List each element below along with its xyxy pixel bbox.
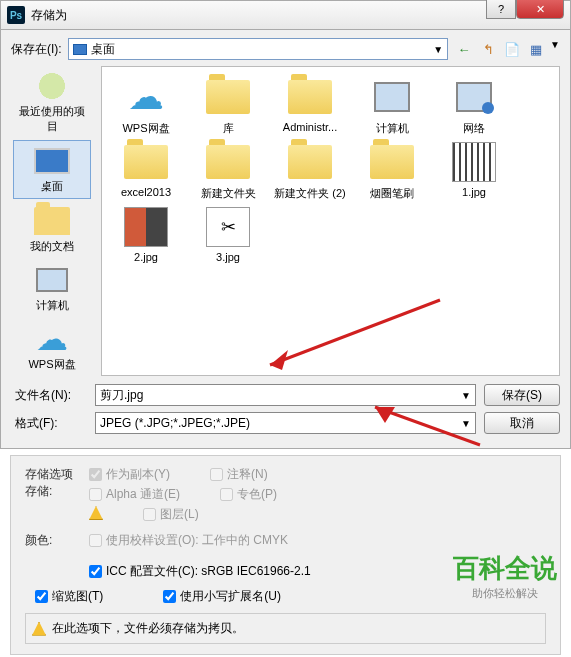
app-icon: Ps xyxy=(7,6,25,24)
file-icon xyxy=(122,140,170,184)
nav-new-folder-icon[interactable]: 📄 xyxy=(502,39,522,59)
checkbox-proof: 使用校样设置(O): 工作中的 CMYK xyxy=(89,532,546,549)
nav-up-icon[interactable]: ↰ xyxy=(478,39,498,59)
file-item[interactable]: ☁WPS网盘 xyxy=(110,75,182,136)
file-item[interactable]: excel2013 xyxy=(110,140,182,201)
chevron-down-icon: ▼ xyxy=(433,44,443,55)
checkbox-spot: 专色(P) xyxy=(220,486,277,503)
clock-icon xyxy=(32,70,72,102)
sidebar-computer[interactable]: 计算机 xyxy=(13,260,91,317)
nav-back-icon[interactable]: ← xyxy=(454,39,474,59)
file-icon xyxy=(450,75,498,119)
desktop-icon xyxy=(34,148,70,174)
checkbox-thumbnail[interactable]: 缩览图(T) xyxy=(35,588,103,605)
format-label: 格式(F): xyxy=(11,415,87,432)
file-item[interactable]: 计算机 xyxy=(356,75,428,136)
checkbox-lowercase-ext[interactable]: 使用小写扩展名(U) xyxy=(163,588,281,605)
checkbox-notes: 注释(N) xyxy=(210,466,268,483)
warning-message: 在此选项下，文件必须存储为拷贝。 xyxy=(25,613,546,644)
chevron-down-icon: ▼ xyxy=(461,418,471,429)
checkbox-as-copy: 作为副本(Y) xyxy=(89,466,170,483)
file-icon xyxy=(286,140,334,184)
help-button[interactable]: ? xyxy=(486,0,516,19)
warning-icon xyxy=(89,506,103,520)
chevron-down-icon: ▼ xyxy=(461,390,471,401)
computer-icon xyxy=(36,268,68,292)
warning-icon xyxy=(32,622,46,636)
file-item[interactable]: 2.jpg xyxy=(110,205,182,263)
cloud-icon: ☁ xyxy=(32,323,72,355)
file-item[interactable]: Administr... xyxy=(274,75,346,136)
file-icon xyxy=(204,140,252,184)
storage-options-title: 存储选项 xyxy=(25,466,89,483)
file-item[interactable]: 1.jpg xyxy=(438,140,510,201)
close-button[interactable]: ✕ xyxy=(516,0,564,19)
file-icon xyxy=(368,140,416,184)
filename-input[interactable]: 剪刀.jpg ▼ xyxy=(95,384,476,406)
file-icon: ✂ xyxy=(204,205,252,249)
file-icon xyxy=(450,140,498,184)
file-icon xyxy=(286,75,334,119)
file-item[interactable]: 新建文件夹 (2) xyxy=(274,140,346,201)
file-icon xyxy=(204,75,252,119)
save-in-label: 保存在(I): xyxy=(11,41,62,58)
color-label: 颜色: xyxy=(25,532,89,580)
watermark: 百科全说 助你轻松解决 xyxy=(453,551,557,601)
sidebar-wps[interactable]: ☁ WPS网盘 xyxy=(13,319,91,376)
file-item[interactable]: 库 xyxy=(192,75,264,136)
save-in-value: 桌面 xyxy=(91,41,115,58)
file-item[interactable]: 烟圈笔刷 xyxy=(356,140,428,201)
checkbox-alpha: Alpha 通道(E) xyxy=(89,486,180,503)
file-item[interactable]: ✂3.jpg xyxy=(192,205,264,263)
cancel-button[interactable]: 取消 xyxy=(484,412,560,434)
nav-view-icon[interactable]: ▦ xyxy=(526,39,546,59)
file-icon: ☁ xyxy=(122,75,170,119)
folder-icon xyxy=(34,207,70,235)
file-icon xyxy=(368,75,416,119)
file-icon xyxy=(122,205,170,249)
sidebar-desktop[interactable]: 桌面 xyxy=(13,140,91,199)
save-button[interactable]: 保存(S) xyxy=(484,384,560,406)
save-in-select[interactable]: 桌面 ▼ xyxy=(68,38,448,60)
places-sidebar: 最近使用的项目 桌面 我的文档 计算机 ☁ WPS网盘 xyxy=(11,66,93,376)
sidebar-documents[interactable]: 我的文档 xyxy=(13,201,91,258)
file-item[interactable]: 网络 xyxy=(438,75,510,136)
chevron-down-icon[interactable]: ▼ xyxy=(550,39,560,59)
checkbox-layers: 图层(L) xyxy=(143,506,199,523)
window-title: 存储为 xyxy=(31,7,67,24)
file-list[interactable]: ☁WPS网盘库Administr...计算机网络excel2013新建文件夹新建… xyxy=(101,66,560,376)
sidebar-recent[interactable]: 最近使用的项目 xyxy=(13,66,91,138)
filename-label: 文件名(N): xyxy=(11,387,87,404)
format-select[interactable]: JPEG (*.JPG;*.JPEG;*.JPE) ▼ xyxy=(95,412,476,434)
storage-label: 存储: xyxy=(25,483,89,500)
file-item[interactable]: 新建文件夹 xyxy=(192,140,264,201)
desktop-icon xyxy=(73,44,87,55)
